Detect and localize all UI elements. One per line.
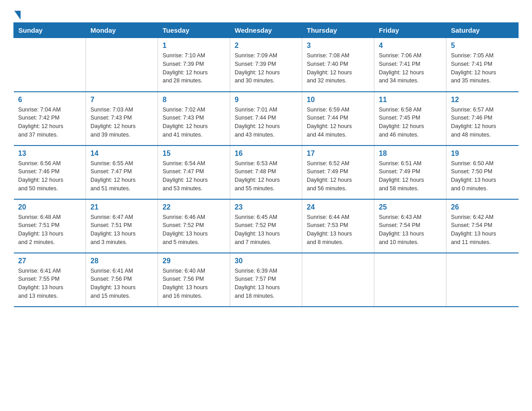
calendar-cell: 24Sunrise: 6:44 AM Sunset: 7:53 PM Dayli… (302, 199, 374, 253)
day-header-tuesday: Tuesday (158, 23, 230, 38)
day-info: Sunrise: 7:05 AM Sunset: 7:41 PM Dayligh… (451, 51, 514, 85)
day-info: Sunrise: 7:02 AM Sunset: 7:43 PM Dayligh… (163, 106, 225, 139)
calendar-cell: 27Sunrise: 6:41 AM Sunset: 7:55 PM Dayli… (14, 253, 86, 307)
day-number: 13 (18, 150, 82, 158)
calendar-header-row: SundayMondayTuesdayWednesdayThursdayFrid… (14, 23, 519, 38)
day-info: Sunrise: 7:03 AM Sunset: 7:43 PM Dayligh… (90, 106, 153, 139)
calendar-week-row: 27Sunrise: 6:41 AM Sunset: 7:55 PM Dayli… (14, 253, 519, 307)
day-info: Sunrise: 6:47 AM Sunset: 7:51 PM Dayligh… (90, 213, 153, 247)
calendar-cell: 25Sunrise: 6:43 AM Sunset: 7:54 PM Dayli… (374, 199, 446, 253)
day-number: 2 (235, 42, 297, 50)
calendar-cell: 2Sunrise: 7:09 AM Sunset: 7:39 PM Daylig… (230, 38, 302, 92)
page-header (13, 9, 519, 18)
day-number: 16 (235, 150, 297, 158)
calendar-cell: 19Sunrise: 6:50 AM Sunset: 7:50 PM Dayli… (446, 146, 519, 199)
calendar-cell: 29Sunrise: 6:40 AM Sunset: 7:56 PM Dayli… (158, 253, 230, 307)
day-info: Sunrise: 6:41 AM Sunset: 7:56 PM Dayligh… (90, 267, 153, 300)
day-number: 1 (163, 42, 225, 50)
calendar-cell (446, 253, 519, 307)
day-info: Sunrise: 6:48 AM Sunset: 7:51 PM Dayligh… (18, 213, 82, 247)
day-header-thursday: Thursday (302, 23, 374, 38)
day-number: 21 (90, 203, 153, 211)
day-info: Sunrise: 6:55 AM Sunset: 7:47 PM Dayligh… (90, 159, 153, 193)
calendar-week-row: 13Sunrise: 6:56 AM Sunset: 7:46 PM Dayli… (14, 146, 519, 199)
day-info: Sunrise: 7:10 AM Sunset: 7:39 PM Dayligh… (163, 51, 225, 85)
day-number: 9 (235, 96, 297, 104)
calendar-cell: 12Sunrise: 6:57 AM Sunset: 7:46 PM Dayli… (446, 92, 519, 146)
day-info: Sunrise: 7:01 AM Sunset: 7:44 PM Dayligh… (235, 106, 297, 139)
calendar-cell (86, 38, 158, 92)
calendar-cell (374, 253, 446, 307)
day-info: Sunrise: 6:40 AM Sunset: 7:56 PM Dayligh… (163, 267, 225, 300)
day-info: Sunrise: 6:42 AM Sunset: 7:54 PM Dayligh… (451, 213, 514, 247)
day-number: 12 (451, 96, 514, 104)
day-info: Sunrise: 6:51 AM Sunset: 7:49 PM Dayligh… (379, 159, 442, 193)
day-info: Sunrise: 6:43 AM Sunset: 7:54 PM Dayligh… (379, 213, 442, 247)
day-info: Sunrise: 6:57 AM Sunset: 7:46 PM Dayligh… (451, 106, 514, 139)
calendar-cell: 6Sunrise: 7:04 AM Sunset: 7:42 PM Daylig… (14, 92, 86, 146)
day-info: Sunrise: 6:44 AM Sunset: 7:53 PM Dayligh… (307, 213, 369, 247)
calendar-cell: 13Sunrise: 6:56 AM Sunset: 7:46 PM Dayli… (14, 146, 86, 199)
day-info: Sunrise: 6:56 AM Sunset: 7:46 PM Dayligh… (18, 159, 82, 193)
calendar-cell: 15Sunrise: 6:54 AM Sunset: 7:47 PM Dayli… (158, 146, 230, 199)
calendar-cell: 8Sunrise: 7:02 AM Sunset: 7:43 PM Daylig… (158, 92, 230, 146)
day-info: Sunrise: 6:53 AM Sunset: 7:48 PM Dayligh… (235, 159, 297, 193)
day-info: Sunrise: 6:46 AM Sunset: 7:52 PM Dayligh… (163, 213, 225, 247)
day-info: Sunrise: 6:50 AM Sunset: 7:50 PM Dayligh… (451, 159, 514, 193)
day-number: 11 (379, 96, 442, 104)
day-number: 14 (90, 150, 153, 158)
day-number: 19 (451, 150, 514, 158)
day-number: 20 (18, 203, 82, 211)
calendar-cell: 18Sunrise: 6:51 AM Sunset: 7:49 PM Dayli… (374, 146, 446, 199)
day-header-monday: Monday (86, 23, 158, 38)
day-info: Sunrise: 7:06 AM Sunset: 7:41 PM Dayligh… (379, 51, 442, 85)
day-info: Sunrise: 6:45 AM Sunset: 7:52 PM Dayligh… (235, 213, 297, 247)
calendar-cell: 1Sunrise: 7:10 AM Sunset: 7:39 PM Daylig… (158, 38, 230, 92)
day-info: Sunrise: 6:41 AM Sunset: 7:55 PM Dayligh… (18, 267, 82, 300)
calendar-table: SundayMondayTuesdayWednesdayThursdayFrid… (13, 22, 519, 307)
calendar-week-row: 1Sunrise: 7:10 AM Sunset: 7:39 PM Daylig… (14, 38, 519, 92)
day-number: 28 (90, 257, 153, 265)
day-number: 5 (451, 42, 514, 50)
calendar-cell (302, 253, 374, 307)
day-number: 27 (18, 257, 82, 265)
day-number: 17 (307, 150, 369, 158)
calendar-week-row: 20Sunrise: 6:48 AM Sunset: 7:51 PM Dayli… (14, 199, 519, 253)
day-number: 10 (307, 96, 369, 104)
calendar-cell: 22Sunrise: 6:46 AM Sunset: 7:52 PM Dayli… (158, 199, 230, 253)
day-number: 23 (235, 203, 297, 211)
day-header-sunday: Sunday (14, 23, 86, 38)
day-info: Sunrise: 6:52 AM Sunset: 7:49 PM Dayligh… (307, 159, 369, 193)
logo-triangle-icon (14, 11, 21, 20)
day-number: 8 (163, 96, 225, 104)
day-number: 18 (379, 150, 442, 158)
calendar-cell: 3Sunrise: 7:08 AM Sunset: 7:40 PM Daylig… (302, 38, 374, 92)
day-number: 24 (307, 203, 369, 211)
logo (13, 9, 21, 18)
day-number: 7 (90, 96, 153, 104)
calendar-cell: 16Sunrise: 6:53 AM Sunset: 7:48 PM Dayli… (230, 146, 302, 199)
day-number: 22 (163, 203, 225, 211)
calendar-cell: 23Sunrise: 6:45 AM Sunset: 7:52 PM Dayli… (230, 199, 302, 253)
day-number: 26 (451, 203, 514, 211)
day-info: Sunrise: 6:59 AM Sunset: 7:44 PM Dayligh… (307, 106, 369, 139)
calendar-cell: 7Sunrise: 7:03 AM Sunset: 7:43 PM Daylig… (86, 92, 158, 146)
day-info: Sunrise: 6:54 AM Sunset: 7:47 PM Dayligh… (163, 159, 225, 193)
calendar-cell: 9Sunrise: 7:01 AM Sunset: 7:44 PM Daylig… (230, 92, 302, 146)
day-header-friday: Friday (374, 23, 446, 38)
day-info: Sunrise: 6:58 AM Sunset: 7:45 PM Dayligh… (379, 106, 442, 139)
day-number: 25 (379, 203, 442, 211)
day-number: 3 (307, 42, 369, 50)
day-number: 4 (379, 42, 442, 50)
calendar-cell (14, 38, 86, 92)
calendar-cell: 11Sunrise: 6:58 AM Sunset: 7:45 PM Dayli… (374, 92, 446, 146)
day-info: Sunrise: 7:09 AM Sunset: 7:39 PM Dayligh… (235, 51, 297, 85)
day-header-saturday: Saturday (446, 23, 519, 38)
calendar-cell: 4Sunrise: 7:06 AM Sunset: 7:41 PM Daylig… (374, 38, 446, 92)
day-number: 15 (163, 150, 225, 158)
day-number: 6 (18, 96, 82, 104)
day-number: 29 (163, 257, 225, 265)
calendar-cell: 14Sunrise: 6:55 AM Sunset: 7:47 PM Dayli… (86, 146, 158, 199)
calendar-cell: 10Sunrise: 6:59 AM Sunset: 7:44 PM Dayli… (302, 92, 374, 146)
calendar-cell: 28Sunrise: 6:41 AM Sunset: 7:56 PM Dayli… (86, 253, 158, 307)
